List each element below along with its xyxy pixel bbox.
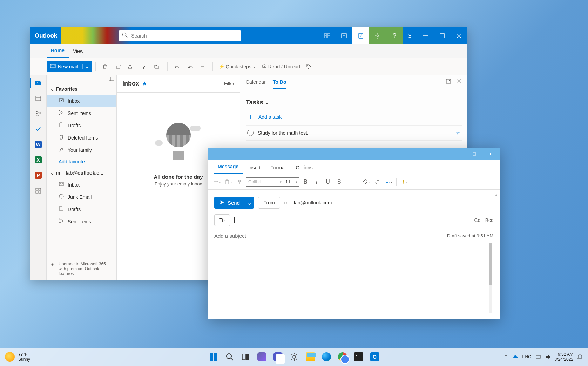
folder-sent-items[interactable]: Sent Items [47,107,116,119]
forward-icon[interactable]: ⌄ [198,61,209,72]
chat-icon[interactable] [271,350,285,364]
star-icon[interactable]: ☆ [456,130,460,136]
sensitivity-icon[interactable]: ⌄ [399,177,409,187]
from-button[interactable]: From [258,197,280,209]
volume-icon[interactable] [545,354,551,360]
start-button[interactable] [207,350,221,364]
paste-icon[interactable]: ⌄ [223,177,233,187]
link-icon[interactable] [372,177,382,187]
edge-icon[interactable] [319,350,333,364]
chevron-down-icon[interactable]: ⌄ [82,64,89,69]
rail-word-icon[interactable]: W [30,137,47,152]
folder-inbox[interactable]: Inbox [47,95,116,107]
sweep-icon[interactable] [139,61,150,72]
account-junk[interactable]: Junk Email [47,191,116,203]
compose-titlebar[interactable] [208,148,500,160]
cc-button[interactable]: Cc [474,217,480,223]
search-input[interactable] [131,33,238,39]
strikethrough-icon[interactable]: S [334,177,344,187]
account-inbox[interactable]: Inbox [47,178,116,191]
italic-icon[interactable]: I [312,177,322,187]
compose-tab-format[interactable]: Format [266,161,290,174]
new-mail-button[interactable]: New mail ⌄ [47,61,92,72]
compose-tab-insert[interactable]: Insert [244,161,265,174]
send-button[interactable]: Send ⌄ [214,197,254,209]
rail-todo-icon[interactable] [30,121,47,137]
file-explorer-icon[interactable] [303,350,317,364]
more-options-icon[interactable]: ⋯ [415,177,425,187]
to-input[interactable] [240,217,470,223]
move-icon[interactable]: ⌄ [153,61,164,72]
read-unread-button[interactable]: Read / Unread [260,63,302,69]
task-item[interactable]: Study for the math test. ☆ [246,126,462,141]
tab-view[interactable]: View [69,44,88,58]
underline-icon[interactable]: U [323,177,333,187]
terminal-icon[interactable]: ›_ [352,350,366,364]
add-favorite-link[interactable]: Add favorite [47,156,116,167]
popout-icon[interactable] [446,79,451,86]
tasks-header[interactable]: Tasks ⌄ [246,93,462,109]
signature-icon[interactable]: ⌄ [384,177,393,187]
rail-calendar-icon[interactable] [30,90,47,106]
folder-drafts[interactable]: Drafts [47,119,116,131]
compose-tab-message[interactable]: Message [214,160,243,174]
to-button[interactable]: To [214,214,230,226]
close-icon[interactable] [451,27,467,44]
rail-more-apps-icon[interactable] [30,183,47,198]
rail-excel-icon[interactable]: X [30,152,47,168]
compose-minimize-icon[interactable] [451,148,467,160]
bold-icon[interactable]: B [300,177,310,187]
reply-all-icon[interactable] [184,61,196,72]
rail-mail-icon[interactable] [30,75,47,90]
send-dropdown-icon[interactable]: ⌄ [245,197,254,209]
font-selector[interactable]: Calibri▾ 11▾ [246,177,299,187]
tag-icon[interactable]: ⌄ [304,61,316,72]
task-view-icon[interactable] [239,350,253,364]
account-header[interactable]: ⌄ m__lab@outlook.c... [47,167,116,178]
my-day-icon[interactable] [352,27,369,44]
clock[interactable]: 9:52 AM 8/24/2022 [555,352,573,362]
settings-icon[interactable] [369,27,386,44]
attach-icon[interactable]: ⌄ [361,177,371,187]
star-icon[interactable]: ★ [142,80,147,87]
taskbar-weather[interactable]: 77°F Sunny [0,352,30,362]
undo-icon[interactable]: ⌄ [212,177,222,187]
taskbar-search-icon[interactable] [223,350,237,364]
quick-steps-button[interactable]: ⚡Quick steps⌄ [216,64,258,69]
minimize-icon[interactable] [417,27,434,44]
tab-home[interactable]: Home [47,44,69,58]
folder-your-family[interactable]: Your family [47,144,116,156]
archive-icon[interactable] [113,61,124,72]
favorites-header[interactable]: ⌄ Favorites [47,83,116,95]
compose-tab-options[interactable]: Options [292,161,317,174]
task-circle-icon[interactable] [247,130,254,136]
upgrade-notice[interactable]: ◈ Upgrade to Microsoft 365 with premium … [47,258,116,280]
notifications-tray-icon[interactable] [577,354,583,360]
search-box[interactable] [119,30,241,41]
account-icon[interactable] [403,27,417,44]
font-name-dropdown[interactable]: Calibri▾ [246,178,283,186]
compose-maximize-icon[interactable] [467,148,482,160]
collapse-pane-icon[interactable] [109,76,114,82]
delete-icon[interactable] [99,61,110,72]
scrollbar[interactable] [489,243,492,313]
compose-close-icon[interactable] [482,148,498,160]
message-body-editor[interactable] [214,242,493,314]
close-panel-icon[interactable] [457,79,462,86]
tab-calendar[interactable]: Calendar [246,79,266,89]
account-drafts[interactable]: Drafts [47,203,116,215]
help-icon[interactable]: ? [386,27,403,44]
more-formatting-icon[interactable]: ⋯ [345,177,355,187]
ribbon-toggle-icon[interactable] [319,27,336,44]
widgets-icon[interactable] [255,350,269,364]
onedrive-icon[interactable] [513,354,519,360]
maximize-icon[interactable] [434,27,451,44]
rail-people-icon[interactable] [30,106,47,121]
tray-chevron-icon[interactable]: ˄ [503,354,509,360]
filter-button[interactable]: Filter [218,81,234,86]
add-task-button[interactable]: + Add a task [246,109,462,126]
settings-app-icon[interactable] [287,350,301,364]
subject-input[interactable] [214,233,447,239]
font-size-dropdown[interactable]: 11▾ [283,178,299,186]
language-indicator[interactable]: ENG [522,354,532,359]
